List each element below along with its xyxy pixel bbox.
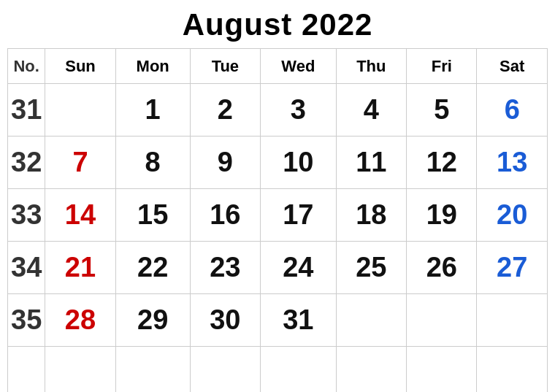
calendar-day: 8 [115,137,190,189]
calendar-day: 13 [477,137,548,189]
calendar-week-row: 3314151617181920 [8,189,548,242]
calendar-day: 26 [407,242,477,294]
calendar-day: 10 [261,137,337,189]
calendar-day: 12 [407,137,477,189]
day-header-wed: Wed [261,49,337,84]
week-number: 32 [8,137,45,189]
week-number: 31 [8,84,45,137]
calendar-day [336,294,406,347]
day-header-sat: Sat [477,49,548,84]
day-header-sun: Sun [45,49,115,84]
calendar-title: August 2022 [183,7,373,42]
calendar-day: 29 [115,294,190,347]
calendar-day [190,347,260,393]
calendar-week-row: 31123456 [8,84,548,137]
calendar-day: 19 [407,189,477,242]
day-header-mon: Mon [115,49,190,84]
calendar-day: 27 [477,242,548,294]
calendar-week-row: 3421222324252627 [8,242,548,294]
calendar-day [477,347,548,393]
calendar-day: 14 [45,189,115,242]
calendar-day: 3 [261,84,337,137]
week-number: 33 [8,189,45,242]
calendar-week-row [8,347,548,393]
week-number [8,347,45,393]
calendar-day: 22 [115,242,190,294]
week-no-header: No. [8,49,45,84]
calendar-day: 28 [45,294,115,347]
calendar-day: 4 [336,84,406,137]
calendar-day [115,347,190,393]
calendar-week-row: 3528293031 [8,294,548,347]
calendar-day: 1 [115,84,190,137]
calendar-day [407,294,477,347]
calendar-day: 18 [336,189,406,242]
calendar-day: 17 [261,189,337,242]
week-number: 34 [8,242,45,294]
calendar-day [477,294,548,347]
day-header-thu: Thu [336,49,406,84]
day-header-fri: Fri [407,49,477,84]
calendar-day: 6 [477,84,548,137]
calendar-day: 25 [336,242,406,294]
calendar-table: No. SunMonTueWedThuFriSat 31123456327891… [7,48,548,392]
calendar-day [45,84,115,137]
calendar-week-row: 3278910111213 [8,137,548,189]
calendar-day [336,347,406,393]
calendar-day: 2 [190,84,260,137]
calendar-day: 20 [477,189,548,242]
calendar-day: 11 [336,137,406,189]
calendar-day: 31 [261,294,337,347]
calendar-day: 15 [115,189,190,242]
calendar-day: 21 [45,242,115,294]
calendar-day [407,347,477,393]
calendar-day: 5 [407,84,477,137]
week-number: 35 [8,294,45,347]
calendar-day: 23 [190,242,260,294]
calendar-day [45,347,115,393]
day-header-tue: Tue [190,49,260,84]
calendar-day [261,347,337,393]
calendar-day: 9 [190,137,260,189]
calendar-day: 7 [45,137,115,189]
calendar-day: 16 [190,189,260,242]
calendar-day: 30 [190,294,260,347]
calendar-day: 24 [261,242,337,294]
